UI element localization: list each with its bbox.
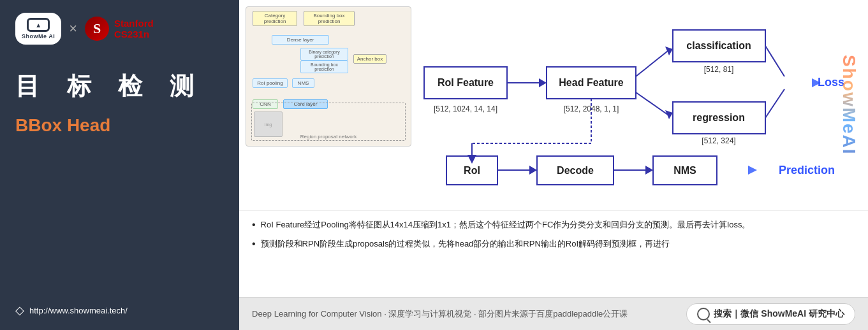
svg-text:classification: classification <box>686 40 751 51</box>
watermark-text: ShowMeAI <box>839 55 859 155</box>
svg-text:Prediction: Prediction <box>779 164 835 176</box>
svg-line-6 <box>636 51 668 76</box>
watermark: ShowMeAI <box>830 0 868 210</box>
description-area: • RoI Feature经过Pooling将特征图从14x14压缩到1x1；然… <box>239 210 868 297</box>
svg-marker-27 <box>748 166 757 175</box>
description-bullet-1: • RoI Feature经过Pooling将特征图从14x14压缩到1x1；然… <box>252 219 855 233</box>
bottom-bar: Deep Learning for Computer Vision · 深度学习… <box>239 297 868 330</box>
sidebar: ShowMe AI × S Stanford CS231n 目 标 检 测 BB… <box>0 0 239 330</box>
svg-marker-24 <box>645 166 653 175</box>
times-symbol: × <box>69 20 77 37</box>
roi-pooling-box: RoI pooling <box>253 78 288 88</box>
main-content: Categoryprediction Bounding boxpredictio… <box>239 0 868 330</box>
bullet-icon-1: • <box>252 217 256 233</box>
svg-marker-7 <box>665 47 673 55</box>
diagram-area: Categoryprediction Bounding boxpredictio… <box>239 0 868 210</box>
nms-small-box: NMS <box>292 78 314 88</box>
category-prediction-box: Categoryprediction <box>253 11 297 26</box>
logo-row: ShowMe AI × S Stanford CS231n <box>15 13 224 45</box>
svg-text:[512, 324]: [512, 324] <box>702 136 735 145</box>
stanford-text: Stanford CS231n <box>114 18 154 39</box>
link-icon: ◇ <box>15 303 24 317</box>
search-box[interactable]: 搜索｜微信 ShowMeAI 研究中心 <box>686 303 855 325</box>
stanford-s-icon: S <box>85 17 109 41</box>
stanford-name: Stanford <box>114 18 154 29</box>
search-icon <box>697 308 710 320</box>
stanford-course: CS231n <box>114 29 154 39</box>
svg-text:NMS: NMS <box>673 165 696 176</box>
showmeai-logo-text: ShowMe AI <box>22 33 55 39</box>
description-bullet-2: • 预测阶段和RPN阶段生成proposals的过程类似，先将head部分的输出… <box>252 238 855 252</box>
chinese-title: 目 标 检 测 <box>15 70 224 103</box>
dense-layer-box: Dense layer <box>272 35 329 45</box>
svg-text:[512, 81]: [512, 81] <box>704 65 734 74</box>
network-diagram: Categoryprediction Bounding boxpredictio… <box>246 6 411 147</box>
svg-text:Decode: Decode <box>557 165 594 176</box>
search-text: 搜索｜微信 ShowMeAI 研究中心 <box>714 308 844 320</box>
sample-image: img <box>254 111 283 137</box>
bullet-text-1: RoI Feature经过Pooling将特征图从14x14压缩到1x1；然后这… <box>261 219 751 231</box>
svg-text:Head Feature: Head Feature <box>559 77 623 88</box>
svg-marker-3 <box>539 78 547 87</box>
showmeai-logo-icon <box>27 18 50 32</box>
bbox-prediction-box: Bounding boxprediction <box>304 11 355 26</box>
svg-marker-21 <box>529 166 537 175</box>
svg-text:[512, 1024, 14, 14]: [512, 1024, 14, 14] <box>434 104 497 113</box>
bbox-regression-box: Bounding boxprediction <box>300 61 348 73</box>
svg-text:RoI Feature: RoI Feature <box>438 77 494 88</box>
footer-text: Deep Learning for Computer Vision · 深度学习… <box>252 308 628 320</box>
svg-line-15 <box>765 89 784 118</box>
website-link[interactable]: ◇ http://www.showmeai.tech/ <box>15 303 128 317</box>
bullet-text-2: 预测阶段和RPN阶段生成proposals的过程类似，先将head部分的输出和R… <box>261 238 670 250</box>
svg-marker-9 <box>665 110 673 119</box>
rpn-label: Region proposal network <box>300 134 357 140</box>
section-title: BBox Head <box>15 115 224 136</box>
svg-text:RoI: RoI <box>464 165 480 176</box>
svg-line-8 <box>636 92 668 115</box>
website-url: http://www.showmeai.tech/ <box>29 306 128 315</box>
svg-text:regression: regression <box>693 112 745 123</box>
bullet-icon-2: • <box>252 236 256 252</box>
svg-line-14 <box>765 46 784 76</box>
binary-category-box: Binary categoryprediction <box>300 48 348 61</box>
anchor-box: Anchor box <box>353 54 386 64</box>
showmeai-logo: ShowMe AI <box>15 13 61 45</box>
flow-diagram-svg: RoI Feature [512, 1024, 14, 14] Head Fea… <box>418 3 868 207</box>
stanford-logo: S Stanford CS231n <box>85 17 154 41</box>
